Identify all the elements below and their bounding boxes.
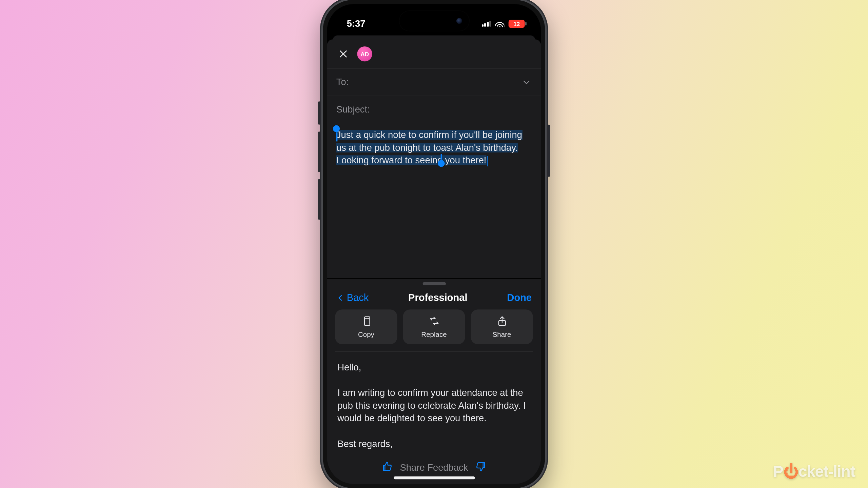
share-button[interactable]: Share	[471, 309, 533, 344]
selection-handle-start[interactable]	[333, 125, 340, 132]
share-label: Share	[493, 330, 511, 339]
replace-button[interactable]: Replace	[403, 309, 465, 344]
signal-icon	[481, 21, 491, 27]
chevron-down-icon	[521, 77, 532, 88]
device-volume-up	[318, 131, 321, 172]
device-volume-down	[318, 179, 321, 220]
thumbs-up-button[interactable]	[381, 461, 393, 475]
to-field[interactable]: To:	[327, 68, 541, 96]
thumbs-down-icon	[475, 461, 487, 472]
text-cursor	[487, 156, 488, 166]
phone-frame: 5:37 12 AD	[320, 0, 548, 488]
status-time: 5:37	[347, 19, 366, 29]
home-indicator[interactable]	[393, 476, 474, 480]
compose-sheet: AD To: Subject: Just a quick note to con…	[327, 39, 541, 484]
writing-tools-panel: Back Professional Done Copy	[327, 278, 541, 484]
copy-label: Copy	[358, 330, 374, 339]
panel-back-button[interactable]: Back	[336, 292, 369, 304]
selected-text[interactable]: Just a quick note to confirm if you'll b…	[336, 130, 522, 165]
message-body[interactable]: Just a quick note to confirm if you'll b…	[327, 123, 541, 278]
watermark-left: P	[773, 463, 783, 480]
svg-rect-0	[364, 319, 370, 325]
phone-screen: 5:37 12 AD	[327, 4, 541, 484]
chevron-left-icon	[336, 293, 344, 303]
feedback-label[interactable]: Share Feedback	[400, 463, 468, 473]
to-label: To:	[336, 77, 349, 88]
close-button[interactable]	[336, 47, 350, 61]
avatar-initials: AD	[360, 51, 369, 57]
device-power-button	[547, 125, 550, 177]
dynamic-island	[399, 11, 469, 31]
sender-avatar[interactable]: AD	[357, 46, 372, 61]
compose-header: AD	[327, 39, 541, 68]
copy-icon	[360, 315, 372, 327]
selection-handle-end[interactable]	[437, 160, 445, 167]
battery-indicator: 12	[509, 20, 525, 28]
replace-label: Replace	[421, 330, 447, 339]
panel-title: Professional	[408, 292, 468, 304]
thumbs-up-icon	[381, 461, 393, 472]
watermark-right: cket-lint	[798, 463, 855, 480]
battery-percentage: 12	[513, 21, 520, 27]
wifi-icon	[495, 20, 504, 27]
panel-grabber[interactable]	[422, 282, 446, 285]
panel-done-button[interactable]: Done	[507, 292, 532, 304]
panel-actions: Copy Replace	[335, 309, 533, 352]
subject-field[interactable]: Subject:	[327, 96, 541, 123]
subject-label: Subject:	[336, 104, 370, 115]
thumbs-down-button[interactable]	[475, 461, 487, 475]
share-icon	[496, 315, 508, 327]
watermark-power-icon: ⏻	[783, 462, 798, 481]
rewrite-result-text[interactable]: Hello, I am writing to confirm your atte…	[335, 352, 533, 455]
device-action-button	[318, 101, 321, 124]
panel-back-label: Back	[347, 292, 369, 304]
copy-button[interactable]: Copy	[335, 309, 397, 344]
replace-icon	[428, 315, 440, 327]
close-icon	[338, 49, 349, 59]
watermark-logo: P⏻cket-lint	[773, 462, 855, 481]
feedback-row: Share Feedback	[335, 455, 533, 476]
